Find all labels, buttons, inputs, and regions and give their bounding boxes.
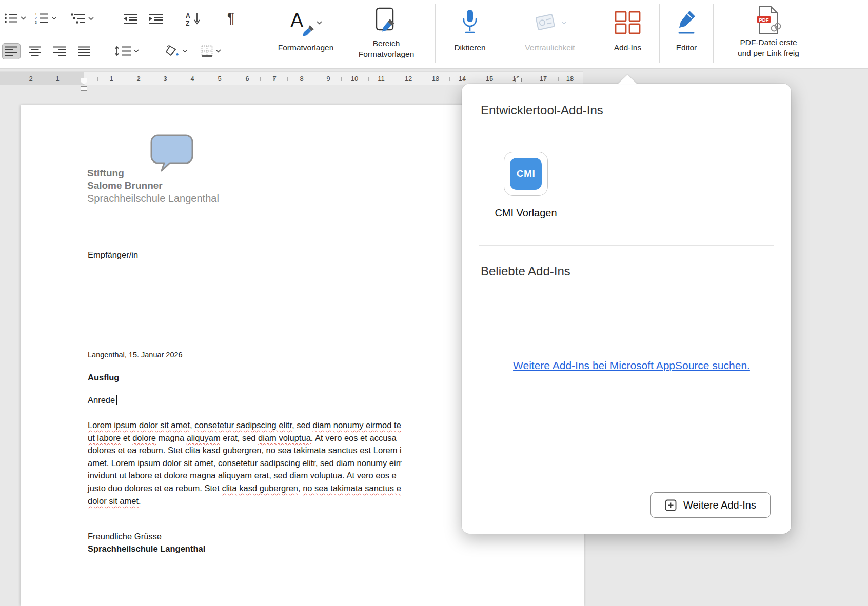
align-left-icon xyxy=(5,46,17,56)
dictate-label: Diktieren xyxy=(454,42,485,53)
bullet-list-icon xyxy=(4,13,18,24)
date-line[interactable]: Langenthal, 15. Januar 2026 xyxy=(88,351,183,359)
increase-indent-button[interactable] xyxy=(149,13,163,24)
body-line[interactable]: invidunt ut labore et dolore magna aliqu… xyxy=(88,469,402,482)
chevron-down-icon xyxy=(88,17,94,21)
align-center-button[interactable] xyxy=(26,43,44,59)
body-line[interactable]: Lorem ipsum dolor sit amet, consetetur s… xyxy=(88,419,402,432)
popular-addins-title: Beliebte Add-Ins xyxy=(481,264,570,278)
ribbon-separator xyxy=(597,4,597,63)
pdf-share-button[interactable]: PDF PDF-Datei erste und per Link freig xyxy=(717,0,820,68)
bullet-list-button[interactable] xyxy=(4,13,26,24)
ribbon-separator xyxy=(659,4,660,63)
editor-label: Editor xyxy=(676,42,697,53)
logo-text-line2: Salome Brunner xyxy=(87,180,163,191)
svg-text:3: 3 xyxy=(35,21,37,24)
popover-arrow xyxy=(618,75,637,84)
ruler-number: 14 xyxy=(459,72,466,86)
addins-popover: Entwicklertool-Add-Ins CMI CMI Vorlagen … xyxy=(462,84,791,534)
ruler-number: 6 xyxy=(245,72,249,86)
ruler-number: 1 xyxy=(109,72,113,86)
pilcrow-icon: ¶ xyxy=(227,11,235,25)
body-line[interactable]: justo duo dolores et ea rebum. Stet clit… xyxy=(88,482,402,495)
more-addins-button-label: Weitere Add-Ins xyxy=(683,499,756,511)
body-line[interactable]: dolor sit amet. xyxy=(88,495,402,508)
speech-bubble-logo xyxy=(149,134,194,173)
addins-button[interactable]: Add-Ins xyxy=(600,0,655,68)
ruler-number: 3 xyxy=(163,72,167,86)
popover-divider xyxy=(479,245,774,246)
numbered-list-icon: 123 xyxy=(35,12,49,24)
sort-button[interactable]: AZ xyxy=(186,12,202,26)
svg-text:Z: Z xyxy=(186,20,189,26)
addins-label: Add-Ins xyxy=(614,42,641,53)
cmi-vorlagen-addin[interactable]: CMI xyxy=(504,152,548,196)
appsource-link[interactable]: Weitere Add-Ins bei Microsoft AppSource … xyxy=(477,359,786,372)
ruler-number: 7 xyxy=(272,72,276,86)
align-center-icon xyxy=(29,46,41,56)
show-paragraph-marks-button[interactable]: ¶ xyxy=(227,11,235,25)
line-spacing-icon xyxy=(115,46,131,56)
decrease-indent-button[interactable] xyxy=(124,13,137,24)
styles-button-label: Formatvorlagen xyxy=(278,42,334,53)
sensitivity-button[interactable]: Vertraulichkeit xyxy=(507,0,593,68)
chevron-down-icon xyxy=(317,21,322,25)
ruler-number: 2 xyxy=(136,72,140,86)
subject-line[interactable]: Ausflug xyxy=(88,373,119,382)
ribbon-separator xyxy=(503,4,503,63)
text-cursor xyxy=(116,395,117,405)
left-indent-marker[interactable] xyxy=(81,86,87,91)
ruler-number: 9 xyxy=(326,72,330,86)
logo-text-line3: Sprachheilschule Langenthal xyxy=(87,193,219,205)
ruler-number: 12 xyxy=(405,72,412,86)
cmi-addin-label: CMI Vorlagen xyxy=(475,207,577,219)
ruler-number: 11 xyxy=(378,72,385,86)
svg-text:2: 2 xyxy=(35,16,37,20)
ruler[interactable]: 2 1 1 2 3 4 5 6 7 8 9 10 11 12 13 14 15 … xyxy=(0,71,583,85)
multilevel-list-button[interactable] xyxy=(71,13,94,24)
ruler-number: 10 xyxy=(351,72,358,86)
signature-line[interactable]: Sprachheilschule Langenthal xyxy=(88,544,205,554)
editor-pen-icon xyxy=(676,9,697,36)
style-pane-button[interactable]: Bereich Formatvorlagen xyxy=(356,0,417,68)
borders-button[interactable] xyxy=(201,45,221,57)
addins-grid-icon xyxy=(614,10,642,35)
more-addins-button[interactable]: Weitere Add-Ins xyxy=(650,492,771,518)
chevron-down-icon xyxy=(133,49,139,53)
body-paragraph[interactable]: Lorem ipsum dolor sit amet, consetetur s… xyxy=(88,419,402,507)
line-spacing-button[interactable] xyxy=(115,46,139,56)
shading-button[interactable] xyxy=(165,45,188,57)
decrease-indent-icon xyxy=(124,13,137,24)
editor-button[interactable]: Editor xyxy=(663,0,710,68)
microphone-icon xyxy=(461,9,479,36)
svg-text:1: 1 xyxy=(35,12,37,16)
pdf-link-icon: PDF xyxy=(756,6,781,34)
dictate-button[interactable]: Diktieren xyxy=(440,0,500,68)
styles-button[interactable]: A Formatvorlagen xyxy=(266,0,346,68)
borders-icon xyxy=(201,45,213,57)
pdf-share-label: PDF-Datei erste und per Link freig xyxy=(738,37,799,58)
body-line[interactable]: amet. Lorem ipsum dolor sit amet, conset… xyxy=(88,457,402,470)
ruler-number: 8 xyxy=(300,72,303,86)
numbered-list-button[interactable]: 123 xyxy=(35,12,57,24)
closing-line[interactable]: Freundliche Grüsse xyxy=(88,532,162,541)
align-right-button[interactable] xyxy=(51,43,68,59)
salutation-line[interactable]: Anrede xyxy=(88,395,117,405)
ribbon-separator xyxy=(255,4,255,63)
body-line[interactable]: ut labore et dolore magna aliquyam erat,… xyxy=(88,432,402,445)
ribbon-separator xyxy=(435,4,436,63)
recipient-line[interactable]: Empfänger/in xyxy=(88,250,138,260)
ruler-number: 13 xyxy=(432,72,439,86)
sensitivity-icon xyxy=(533,11,558,34)
justify-icon xyxy=(78,46,90,56)
sort-az-icon: AZ xyxy=(186,12,202,26)
align-left-button[interactable] xyxy=(2,43,21,59)
chevron-down-icon xyxy=(215,49,221,53)
align-right-icon xyxy=(53,46,66,56)
justify-button[interactable] xyxy=(75,43,93,59)
developer-addins-title: Entwicklertool-Add-Ins xyxy=(481,103,603,117)
ruler-number: 5 xyxy=(218,72,221,86)
body-line[interactable]: dolores et ea rebum. Stet clita kasd gub… xyxy=(88,444,402,457)
ruler-margin-zone xyxy=(0,72,84,85)
ruler-number: 2 xyxy=(29,72,32,86)
